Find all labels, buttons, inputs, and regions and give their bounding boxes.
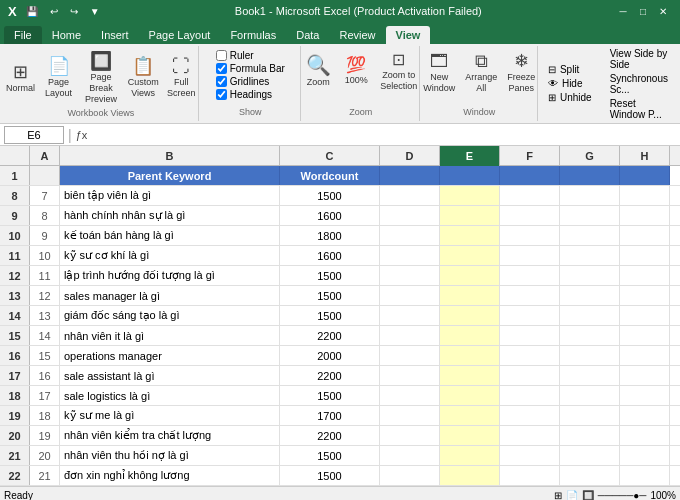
cell-17-d[interactable] [380,366,440,385]
col-header-c[interactable]: C [280,146,380,166]
zoom-button[interactable]: 🔍 Zoom [300,53,336,90]
cell-11-g[interactable] [560,246,620,265]
tab-home[interactable]: Home [42,26,91,44]
synchronous-scrolling-option[interactable]: Synchronous Sc... [610,73,668,95]
cell-15-a[interactable]: 14 [30,326,60,345]
view-normal-icon[interactable]: ⊞ [554,490,562,500]
zoom-100-button[interactable]: 💯 100% [338,55,374,88]
cell-10-e[interactable] [440,226,500,245]
cell-19-a[interactable]: 18 [30,406,60,425]
cell-9-g[interactable] [560,206,620,225]
cell-22-h[interactable] [620,466,670,485]
cell-20-c[interactable]: 2200 [280,426,380,445]
cell-16-g[interactable] [560,346,620,365]
cell-18-d[interactable] [380,386,440,405]
cell-19-c[interactable]: 1700 [280,406,380,425]
col-header-g[interactable]: G [560,146,620,166]
cell-20-a[interactable]: 19 [30,426,60,445]
cell-13-f[interactable] [500,286,560,305]
cell-22-e[interactable] [440,466,500,485]
cell-11-h[interactable] [620,246,670,265]
cell-20-d[interactable] [380,426,440,445]
zoom-selection-button[interactable]: ⊡ Zoom toSelection [376,50,421,94]
headings-checkbox[interactable] [216,89,227,100]
cell-1-g[interactable] [560,166,620,185]
cell-9-a[interactable]: 8 [30,206,60,225]
cell-14-c[interactable]: 1500 [280,306,380,325]
col-header-h[interactable]: H [620,146,670,166]
cell-10-a[interactable]: 9 [30,226,60,245]
tab-data[interactable]: Data [286,26,329,44]
cell-15-h[interactable] [620,326,670,345]
page-layout-view-button[interactable]: 📄 PageLayout [41,55,77,101]
new-window-button[interactable]: 🗔 NewWindow [419,50,459,96]
cell-8-f[interactable] [500,186,560,205]
quick-access-save[interactable]: 💾 [23,5,41,18]
tab-formulas[interactable]: Formulas [220,26,286,44]
cell-21-a[interactable]: 20 [30,446,60,465]
quick-access-undo[interactable]: ↩ [47,5,61,18]
gridlines-checkbox-item[interactable]: Gridlines [216,76,285,87]
zoom-slider[interactable]: ─────●─ [598,490,647,500]
cell-9-d[interactable] [380,206,440,225]
cell-20-b[interactable]: nhân viên kiểm tra chất lượng [60,426,280,445]
cell-16-c[interactable]: 2000 [280,346,380,365]
split-option[interactable]: ⊟ Split [548,64,592,75]
cell-9-c[interactable]: 1600 [280,206,380,225]
cell-14-e[interactable] [440,306,500,325]
cell-18-h[interactable] [620,386,670,405]
tab-view[interactable]: View [386,26,431,44]
headings-checkbox-item[interactable]: Headings [216,89,285,100]
cell-16-e[interactable] [440,346,500,365]
cell-15-b[interactable]: nhân viên it là gì [60,326,280,345]
quick-access-dropdown[interactable]: ▼ [87,5,103,18]
cell-15-d[interactable] [380,326,440,345]
cell-14-f[interactable] [500,306,560,325]
tab-page-layout[interactable]: Page Layout [139,26,221,44]
cell-15-f[interactable] [500,326,560,345]
cell-13-b[interactable]: sales manager là gì [60,286,280,305]
cell-14-a[interactable]: 13 [30,306,60,325]
cell-8-d[interactable] [380,186,440,205]
view-layout-icon[interactable]: 📄 [566,490,578,500]
cell-15-g[interactable] [560,326,620,345]
cell-11-a[interactable]: 10 [30,246,60,265]
view-side-by-side-option[interactable]: View Side by Side [610,48,668,70]
cell-21-h[interactable] [620,446,670,465]
cell-12-b[interactable]: lập trình hướng đối tượng là gì [60,266,280,285]
cell-17-g[interactable] [560,366,620,385]
cell-8-b[interactable]: biên tập viên là gì [60,186,280,205]
cell-22-c[interactable]: 1500 [280,466,380,485]
cell-12-e[interactable] [440,266,500,285]
formula-bar-checkbox-item[interactable]: Formula Bar [216,63,285,74]
col-header-e[interactable]: E [440,146,500,166]
cell-1-e[interactable] [440,166,500,185]
cell-11-b[interactable]: kỹ sư cơ khí là gì [60,246,280,265]
tab-insert[interactable]: Insert [91,26,139,44]
col-header-d[interactable]: D [380,146,440,166]
cell-13-a[interactable]: 12 [30,286,60,305]
cell-1-c[interactable]: Wordcount [280,166,380,185]
cell-1-f[interactable] [500,166,560,185]
normal-view-button[interactable]: ⊞ Normal [3,61,39,96]
close-button[interactable]: ✕ [654,3,672,19]
cell-16-d[interactable] [380,346,440,365]
cell-12-f[interactable] [500,266,560,285]
cell-10-h[interactable] [620,226,670,245]
tab-file[interactable]: File [4,26,42,44]
cell-17-b[interactable]: sale assistant là gì [60,366,280,385]
cell-14-d[interactable] [380,306,440,325]
ruler-checkbox[interactable] [216,50,227,61]
unhide-option[interactable]: ⊞ Unhide [548,92,592,103]
cell-8-g[interactable] [560,186,620,205]
cell-21-e[interactable] [440,446,500,465]
cell-12-c[interactable]: 1500 [280,266,380,285]
cell-11-d[interactable] [380,246,440,265]
gridlines-checkbox[interactable] [216,76,227,87]
cell-19-h[interactable] [620,406,670,425]
cell-9-f[interactable] [500,206,560,225]
formula-input[interactable] [91,129,676,141]
cell-17-a[interactable]: 16 [30,366,60,385]
arrange-all-button[interactable]: ⧉ ArrangeAll [461,50,501,96]
cell-12-h[interactable] [620,266,670,285]
